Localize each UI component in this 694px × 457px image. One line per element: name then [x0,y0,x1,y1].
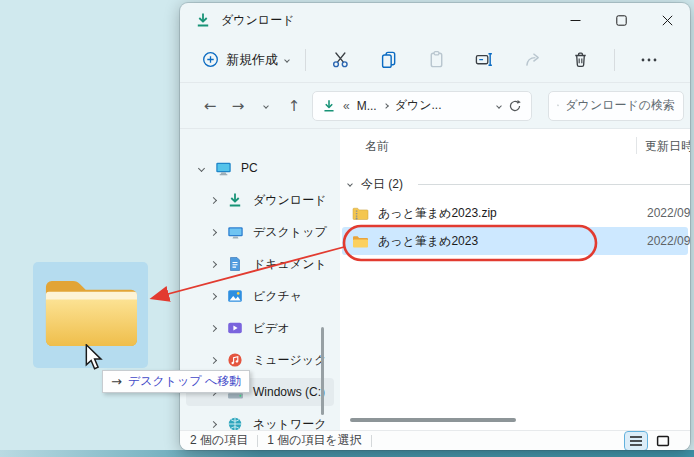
rename-button[interactable] [464,43,504,77]
minimize-button[interactable] [552,3,598,37]
cut-button[interactable] [320,43,360,77]
sidebar-item-pc[interactable]: PC [186,154,334,182]
videos-icon [227,320,244,337]
documents-icon [227,256,244,273]
network-icon [227,416,244,431]
titlebar[interactable]: ダウンロード [180,3,690,37]
sidebar-item-label: ビデオ [253,320,290,337]
sidebar-item-label: ドキュメント [253,256,327,273]
chevron-down-icon[interactable] [496,103,502,109]
address-bar[interactable]: « M... ダウン... [312,91,532,121]
maximize-button[interactable] [598,3,644,37]
toolbar-separator [305,49,306,71]
file-date: 2022/09/ [647,206,690,220]
paste-icon [427,50,446,69]
new-button[interactable]: 新規作成 [196,43,295,77]
pictures-icon [227,288,244,305]
share-button[interactable] [512,43,552,77]
music-icon [227,352,244,369]
delete-button[interactable] [560,43,600,77]
sidebar-item-pictures[interactable]: ピクチャ [186,282,334,310]
plus-circle-icon [202,51,219,68]
chevron-right-icon[interactable] [209,228,216,235]
group-label: 今日 (2) [361,176,403,193]
group-divider [418,184,690,185]
chevron-right-icon[interactable] [209,196,216,203]
column-header-date[interactable]: 更新日時 [645,138,690,155]
chevron-down-icon[interactable] [347,181,353,187]
mouse-cursor [85,344,105,371]
folder-icon [44,273,137,349]
search-input[interactable]: ダウンロードの検索 [548,91,684,121]
sidebar-item-desktop[interactable]: デスクトップ [186,218,334,246]
chevron-right-icon[interactable] [209,292,216,299]
folder-icon [352,234,369,249]
share-icon [523,50,542,69]
up-button[interactable]: ↑ [280,91,308,121]
see-more-icon [640,51,658,69]
forward-button[interactable]: → [224,91,252,121]
breadcrumb-overflow[interactable]: « [343,99,350,113]
chevron-right-icon[interactable] [209,260,216,267]
close-button[interactable] [644,3,690,37]
explorer-window: ダウンロード 新規作成 [180,3,690,450]
column-header-name[interactable]: 名前 [365,138,389,155]
sidebar-scrollbar-thumb[interactable] [321,327,324,415]
new-button-label: 新規作成 [226,51,278,69]
trash-icon [571,50,590,69]
file-date: 2022/09/ [647,234,690,248]
column-headers: 名前 更新日時 [340,134,690,158]
rename-icon [474,50,494,69]
chevron-right-icon[interactable] [209,324,216,331]
file-row-zip[interactable]: あっと筆まめ2023.zip 2022/09/ [342,199,688,227]
move-tooltip-label: デスクトップ へ移動 [128,373,241,390]
back-button[interactable]: ← [196,91,224,121]
navigation-bar: ← → ↑ « M... ダウン... [180,83,690,129]
search-placeholder: ダウンロードの検索 [565,97,675,114]
chevron-right-icon[interactable] [209,420,216,427]
status-separator [371,435,372,447]
copy-icon [379,50,398,69]
desktop: → デスクトップ へ移動 ダウンロード [0,0,694,457]
copy-button[interactable] [368,43,408,77]
recent-locations-button[interactable] [252,91,280,121]
window-title: ダウンロード [221,12,294,29]
sidebar-item-videos[interactable]: ビデオ [186,314,334,342]
sidebar-item-label: ピクチャ [253,288,302,305]
chevron-down-icon[interactable] [197,164,204,171]
move-arrow-icon: → [111,374,122,389]
chevron-right-icon [383,103,389,109]
sidebar-item-network[interactable]: ネットワーク [186,410,334,430]
sidebar-item-documents[interactable]: ドキュメント [186,250,334,278]
breadcrumb-current[interactable]: ダウン... [395,97,442,114]
screen-bottom-edge [0,450,694,457]
column-separator[interactable] [636,137,637,154]
zip-folder-icon [352,206,369,221]
toolbar-separator [614,49,615,71]
large-icons-view-icon [656,435,670,447]
sidebar-item-label: Windows (C:) [253,385,325,399]
refresh-icon[interactable] [508,99,522,113]
command-bar: 新規作成 [180,37,690,83]
sidebar-item-downloads[interactable]: ダウンロード [186,186,334,214]
see-more-button[interactable] [629,43,669,77]
status-separator [257,435,258,447]
details-view-icon [629,435,643,447]
paste-button[interactable] [416,43,456,77]
desktop-icon [227,224,244,241]
minimize-icon [570,15,581,26]
items-count: 2 個の項目 [190,432,248,449]
file-row-folder[interactable]: あっと筆まめ2023 2022/09/ [342,227,688,255]
large-icons-view-button[interactable] [652,432,674,450]
download-icon [227,192,244,209]
file-name: あっと筆まめ2023.zip [378,205,497,222]
file-list-pane: 名前 更新日時 今日 (2) あっと筆まめ2023.zip 2022/09/ [340,129,690,430]
sidebar-item-label: ネットワーク [253,416,326,431]
chevron-right-icon[interactable] [209,356,216,363]
horizontal-scrollbar-thumb[interactable] [350,418,516,422]
chevron-down-icon [263,103,269,109]
group-header-today[interactable]: 今日 (2) [340,171,690,197]
details-view-button[interactable] [625,432,647,450]
sidebar-item-label: デスクトップ [253,224,327,241]
breadcrumb-parent[interactable]: M... [357,99,377,113]
